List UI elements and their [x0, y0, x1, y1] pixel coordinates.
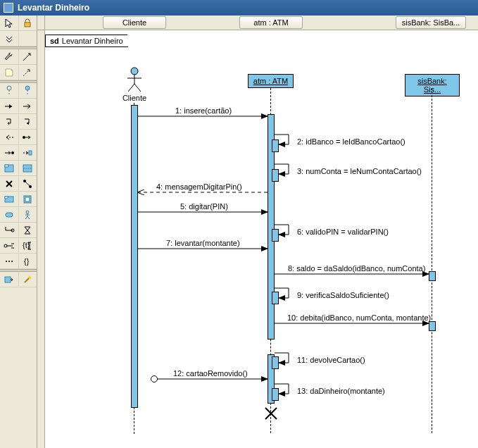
svg-point-41	[8, 261, 10, 262]
lifeline-header-row: Cliente atm : ATM sisBank: SisBa...	[37, 15, 478, 30]
overview-tool-icon[interactable]	[19, 192, 37, 206]
lifeline-filled-tool-icon[interactable]	[19, 83, 37, 98]
msg-13-label[interactable]: 13: daDinheiro(montante)	[297, 387, 385, 395]
destroy-tool-icon[interactable]	[0, 176, 19, 191]
msg-7-label[interactable]: 7: levantar(montante)	[166, 239, 240, 247]
svg-rect-28	[6, 213, 13, 217]
state-tool-icon[interactable]	[0, 207, 19, 222]
main-area: Cliente atm : ATM sisBank: SisBa... sd L…	[37, 15, 478, 448]
arrow-tool-icon[interactable]	[19, 49, 37, 64]
svg-line-32	[25, 216, 27, 219]
msg-5-label[interactable]: 5: digitar(PIN)	[180, 202, 228, 211]
svg-point-10	[23, 136, 25, 139]
self-msg-filled-tool-icon[interactable]	[19, 114, 37, 129]
found-message-origin	[151, 375, 158, 382]
msg-8-label[interactable]: 8: saldo = daSaldo(idBanco, numConta)	[288, 264, 425, 273]
svg-point-5	[25, 86, 30, 90]
svg-point-42	[11, 261, 13, 262]
reply-msg-tool-icon[interactable]	[0, 130, 19, 144]
time-cons-tool-icon[interactable]: {t}	[19, 238, 37, 253]
svg-text:{}: {}	[24, 257, 30, 266]
time-obs-tool-icon[interactable]	[0, 238, 19, 253]
svg-rect-15	[29, 151, 32, 155]
tool-wrench-icon[interactable]	[0, 49, 19, 64]
found-msg-tool-icon[interactable]	[19, 130, 37, 144]
async-msg-tool-icon[interactable]	[19, 99, 37, 113]
msg-11-label[interactable]: 11: devolveCartao()	[297, 356, 365, 364]
svg-point-29	[26, 211, 29, 213]
connector-tool-icon[interactable]	[19, 176, 37, 191]
svg-point-38	[4, 244, 7, 247]
tool-palette: {t} {}	[0, 15, 37, 448]
svg-line-33	[27, 216, 30, 219]
msg-10-label[interactable]: 10: debita(idBanco, numConta, montante)	[287, 313, 431, 322]
arrows-layer	[45, 30, 478, 446]
hourglass-tool-icon[interactable]	[19, 223, 37, 237]
interaction-use-tool-icon[interactable]	[0, 192, 19, 206]
fragment-detail-tool-icon[interactable]	[19, 161, 37, 175]
window-title: Levantar Dinheiro	[18, 3, 89, 13]
svg-point-40	[6, 261, 7, 262]
msg-9-label[interactable]: 9: verificaSaldoSuficiente()	[297, 291, 389, 299]
msg-1-label[interactable]: 1: insere(cartão)	[175, 106, 232, 115]
svg-point-13	[11, 151, 14, 154]
lost-msg-tool-icon[interactable]	[0, 145, 19, 160]
header-atm[interactable]: atm : ATM	[239, 16, 303, 29]
header-sisbank[interactable]: sisBank: SisBa...	[396, 16, 466, 29]
svg-line-1	[23, 54, 30, 61]
svg-rect-27	[25, 197, 30, 201]
msg-12-label[interactable]: 12: cartaoRemovido()	[173, 369, 248, 378]
braces-tool-icon[interactable]: {}	[19, 254, 37, 268]
self-msg-tool-icon[interactable]	[0, 114, 19, 129]
expand-icon[interactable]	[0, 31, 19, 46]
svg-point-3	[7, 86, 11, 90]
msg-4-label[interactable]: 4: mensagemDigitarPin()	[156, 182, 242, 191]
dash-arrow-tool-icon[interactable]	[19, 65, 37, 80]
dots-tool-icon[interactable]	[0, 254, 19, 268]
fragment-tool-icon[interactable]	[0, 161, 19, 175]
svg-rect-17	[5, 165, 8, 167]
selection-tool[interactable]	[0, 15, 19, 30]
lock-tool[interactable]	[19, 15, 37, 30]
msg-2-label[interactable]: 2: idBanco = leIdBancoCartao()	[297, 137, 405, 146]
svg-line-45	[25, 278, 30, 282]
create-msg-tool-icon[interactable]	[19, 145, 37, 160]
svg-rect-44	[5, 277, 11, 282]
window-titlebar: Levantar Dinheiro	[0, 0, 478, 15]
header-cliente[interactable]: Cliente	[103, 16, 166, 29]
wand-tool-icon[interactable]	[19, 272, 37, 287]
svg-rect-0	[25, 23, 30, 27]
diagram-nav-tool-icon[interactable]	[0, 272, 19, 287]
window-title-icon	[4, 3, 13, 13]
lifeline-open-tool-icon[interactable]	[0, 83, 19, 98]
vertical-ruler	[37, 30, 45, 448]
msg-6-label[interactable]: 6: validoPIN = validarPIN()	[297, 228, 389, 236]
diagram-canvas[interactable]: sd Levantar Dinheiro Cliente atm : ATM s…	[45, 30, 478, 448]
msg-3-label[interactable]: 3: numConta = leNumContaCartao()	[297, 167, 422, 175]
note-tool-icon[interactable]	[0, 65, 19, 80]
svg-line-2	[23, 70, 30, 76]
anchor-tool-icon[interactable]	[0, 223, 19, 237]
svg-point-24	[29, 185, 32, 188]
actor-tool-icon[interactable]	[19, 207, 37, 222]
sync-msg-tool-icon[interactable]	[0, 99, 19, 113]
content-area: {t} {} Cliente atm : ATM sisBank: SisBa.…	[0, 15, 478, 448]
